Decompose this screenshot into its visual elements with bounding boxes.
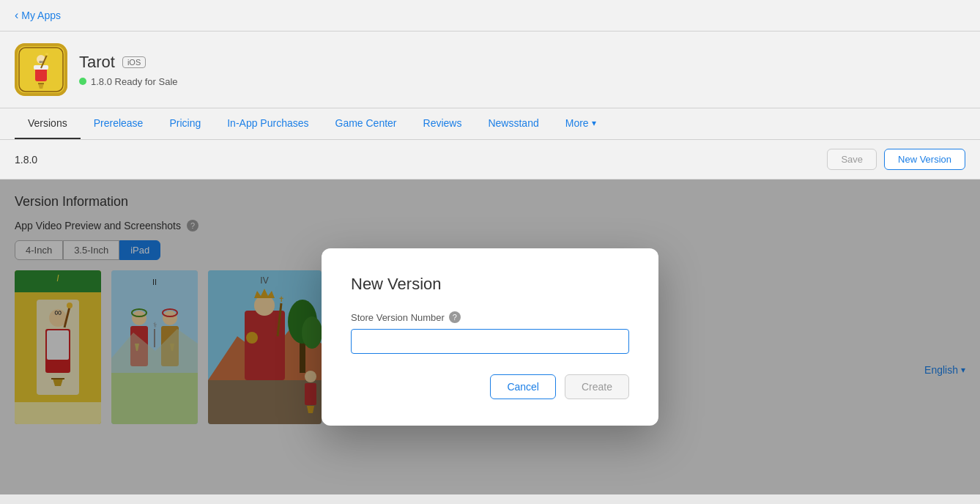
version-help-icon[interactable]: ? <box>449 311 461 323</box>
tab-newsstand[interactable]: Newsstand <box>475 108 552 139</box>
store-version-label: Store Version Number <box>351 312 445 323</box>
back-link-label: My Apps <box>21 10 61 21</box>
back-chevron-icon: ‹ <box>15 9 18 22</box>
tab-reviews[interactable]: Reviews <box>410 108 475 139</box>
app-name: Tarot <box>79 53 115 72</box>
app-status-text: Ready for Sale <box>115 76 178 87</box>
app-icon-image: ∞ <box>15 43 67 96</box>
app-status: 1.8.0 Ready for Sale <box>79 76 178 87</box>
app-version: 1.8.0 <box>91 76 112 87</box>
tab-more[interactable]: More ▾ <box>552 108 609 139</box>
app-icon: ∞ <box>15 43 67 96</box>
tab-pricing[interactable]: Pricing <box>156 108 214 139</box>
svg-point-8 <box>45 53 48 56</box>
version-actions: Save New Version <box>827 149 965 170</box>
status-dot-icon <box>79 78 86 85</box>
app-version-status: 1.8.0 Ready for Sale <box>91 76 178 87</box>
create-button[interactable]: Create <box>565 374 629 399</box>
chevron-down-icon: ▾ <box>592 118 596 128</box>
app-info-row: ∞ Tarot iOS 1.8.0 Ready for Sale <box>0 32 980 108</box>
save-button[interactable]: Save <box>827 149 877 170</box>
app-details: Tarot iOS 1.8.0 Ready for Sale <box>79 53 178 87</box>
tab-in-app-purchases[interactable]: In-App Purchases <box>214 108 322 139</box>
store-version-form-group: Store Version Number ? <box>351 311 629 354</box>
tab-versions[interactable]: Versions <box>15 108 81 139</box>
app-title-row: Tarot iOS <box>79 53 178 72</box>
store-version-input[interactable] <box>351 329 629 354</box>
new-version-button[interactable]: New Version <box>884 149 965 170</box>
cancel-button[interactable]: Cancel <box>490 374 556 399</box>
new-version-modal: New Version Store Version Number ? Cance… <box>322 248 658 426</box>
platform-badge: iOS <box>122 56 146 68</box>
nav-tabs: Versions Prerelease Pricing In-App Purch… <box>0 108 980 140</box>
tab-prerelease[interactable]: Prerelease <box>81 108 157 139</box>
current-version-label: 1.8.0 <box>15 154 37 166</box>
tab-more-label: More <box>565 117 589 129</box>
modal-overlay: New Version Store Version Number ? Cance… <box>0 179 980 494</box>
tab-game-center[interactable]: Game Center <box>322 108 410 139</box>
back-link[interactable]: ‹ My Apps <box>15 9 61 22</box>
top-bar: ‹ My Apps <box>0 0 980 32</box>
store-version-label-row: Store Version Number ? <box>351 311 629 323</box>
modal-title: New Version <box>351 275 629 294</box>
main-content: English ▾ Version Information App Video … <box>0 179 980 494</box>
modal-actions: Cancel Create <box>351 374 629 399</box>
version-bar: 1.8.0 Save New Version <box>0 140 980 179</box>
